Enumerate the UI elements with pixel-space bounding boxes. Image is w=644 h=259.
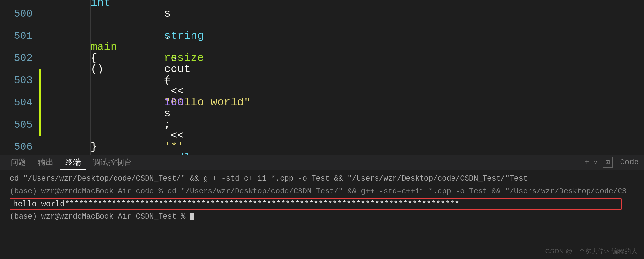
- brace-close: }: [90, 141, 97, 153]
- plus-icon: +: [584, 158, 589, 167]
- line-number-503: 503: [0, 74, 39, 86]
- tab-problems[interactable]: 问题: [5, 155, 31, 170]
- terminal-actions: + ∨ ⊡ Code: [584, 157, 639, 168]
- maximize-terminal-icon[interactable]: ⊡: [603, 157, 613, 168]
- op-shift-505a: <<: [164, 85, 191, 98]
- terminal-tabs: 问题 输出 终端 调试控制台 + ∨ ⊡ Code: [0, 155, 644, 170]
- line-number-501: 501: [0, 30, 39, 42]
- tab-output[interactable]: 输出: [33, 155, 59, 170]
- watermark: CSDN @一个努力学习编程的人: [545, 247, 637, 256]
- terminal-body: cd "/Users/wzr/Desktop/code/CSDN_Test/" …: [0, 170, 644, 259]
- line-number-505: 505: [0, 119, 39, 131]
- keyword-cout: cout: [164, 63, 191, 75]
- terminal-line-2: hello world*****************************…: [13, 200, 459, 208]
- code-line-506: 506 }: [0, 136, 644, 155]
- chevron-down-icon: ∨: [594, 160, 597, 166]
- line-number-502: 502: [0, 52, 39, 64]
- terminal-line-3: (base) wzr@wzrdcMacBook Air CSDN_Test %: [10, 211, 634, 222]
- code-label: Code: [620, 158, 639, 167]
- terminal-cursor: [190, 213, 194, 220]
- terminal-panel: 问题 输出 终端 调试控制台 + ∨ ⊡ Code cd "/Users/wzr…: [0, 155, 644, 259]
- terminal-prompt-text: (base) wzr@wzrdcMacBook Air CSDN_Test %: [10, 212, 190, 221]
- line-content-506: }: [41, 114, 644, 155]
- code-editor: 500 501 int main () 502 { 503 string s =: [0, 0, 644, 155]
- terminal-highlighted-output: hello world*****************************…: [10, 198, 622, 210]
- add-terminal-button[interactable]: + ∨: [584, 158, 597, 167]
- line-number-506: 506: [0, 141, 39, 153]
- tab-debug-console[interactable]: 调试控制台: [87, 155, 137, 170]
- line-number-504: 504: [0, 97, 39, 109]
- tab-terminal[interactable]: 终端: [60, 155, 86, 170]
- terminal-line-1: (base) wzr@wzrdcMacBook Air code % cd "/…: [10, 186, 634, 197]
- terminal-line-0: cd "/Users/wzr/Desktop/code/CSDN_Test/" …: [10, 173, 634, 185]
- line-number-500: 500: [0, 8, 39, 20]
